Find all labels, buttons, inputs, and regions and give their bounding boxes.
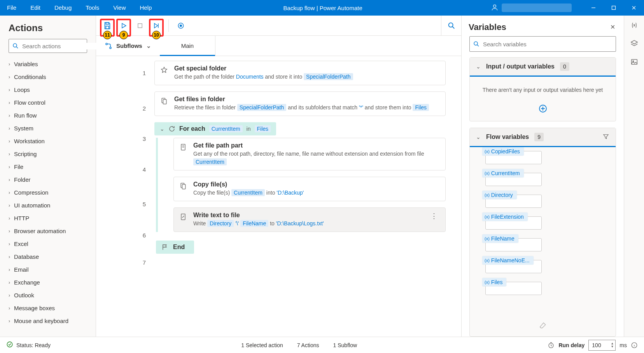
flow-variable[interactable]: (x)FileExtension (485, 216, 608, 230)
variables-search[interactable] (469, 36, 616, 52)
folder-files-icon (160, 96, 169, 106)
add-io-variable-button[interactable] (478, 104, 608, 113)
stop-button[interactable] (133, 18, 147, 34)
variables-search-input[interactable] (483, 41, 612, 47)
actions-group-label: Scripting (14, 151, 37, 157)
account-chip[interactable] (487, 4, 583, 12)
actions-group[interactable]: ›Exchange (0, 276, 96, 289)
layers-rail-icon[interactable] (630, 39, 639, 49)
end-block[interactable]: End (156, 241, 194, 254)
actions-group-label: Loops (14, 86, 30, 93)
actions-group[interactable]: ›System (0, 122, 96, 135)
menu-file[interactable]: File (0, 0, 23, 16)
close-icon[interactable] (624, 0, 644, 16)
actions-group[interactable]: ›Browser automation (0, 225, 96, 237)
eraser-icon[interactable] (470, 317, 616, 336)
menu-debug[interactable]: Debug (47, 0, 79, 16)
spinner-icon[interactable]: ▲▼ (611, 342, 614, 348)
info-icon[interactable] (631, 342, 638, 349)
menu-help[interactable]: Help (133, 0, 159, 16)
actions-search[interactable] (9, 39, 87, 53)
actions-group[interactable]: ›Conditionals (0, 70, 96, 83)
line-number: 7 (96, 251, 154, 274)
chevron-down-icon[interactable]: ⌄ (476, 63, 481, 70)
step-title: Get file path part (193, 142, 440, 149)
flow-variable[interactable]: (x)FileName (485, 238, 608, 251)
flow-variables-header[interactable]: ⌄ Flow variables 9 (470, 128, 616, 147)
search-icon (473, 40, 480, 47)
step-card[interactable]: Copy file(s) Copy the file(s) CurrentIte… (173, 177, 446, 201)
actions-group-label: Flow control (14, 99, 46, 106)
actions-group[interactable]: ›Workstation (0, 135, 96, 148)
actions-search-input[interactable] (22, 43, 96, 49)
more-menu-icon[interactable]: ⋮ (428, 212, 440, 220)
actions-group[interactable]: ›Scripting (0, 148, 96, 160)
subflow-icon (105, 42, 112, 50)
play-icon (120, 22, 128, 30)
chevron-right-icon: › (9, 61, 10, 67)
maximize-icon[interactable] (604, 0, 624, 16)
actions-group[interactable]: ›Message boxes (0, 302, 96, 314)
selected-count: 1 Selected action (241, 342, 283, 348)
actions-group[interactable]: ›Mouse and keyboard (0, 314, 96, 327)
actions-group[interactable]: ›Outlook (0, 289, 96, 302)
chevron-right-icon: › (9, 228, 10, 234)
io-variables-header[interactable]: ⌄ Input / output variables 0 (470, 58, 616, 77)
variables-rail-icon[interactable] (630, 21, 639, 31)
record-button[interactable] (173, 18, 188, 34)
svg-rect-30 (631, 60, 637, 65)
actions-group[interactable]: ›Email (0, 263, 96, 276)
actions-group[interactable]: ›Excel (0, 237, 96, 250)
minimize-icon[interactable] (583, 0, 604, 16)
step-subtitle: Retrieve the files in folder SpecialFold… (174, 104, 440, 112)
step-card[interactable]: Get files in folder Retrieve the files i… (154, 91, 446, 116)
actions-group[interactable]: ›Database (0, 250, 96, 263)
flow-variable[interactable]: (x)Files (485, 282, 608, 295)
actions-group[interactable]: ›HTTP (0, 212, 96, 225)
doc-icon (179, 142, 188, 152)
step-card[interactable]: Get special folder Get the path of the f… (154, 61, 446, 85)
svg-line-6 (16, 47, 18, 48)
center-search-button[interactable] (441, 16, 461, 36)
variables-panel: Variables ✕ ⌄ Input / output variables 0… (461, 16, 644, 337)
menu-tools[interactable]: Tools (79, 0, 106, 16)
actions-group[interactable]: ›UI automation (0, 199, 96, 212)
menu-edit[interactable]: Edit (23, 0, 47, 16)
tab-main[interactable]: Main (160, 36, 216, 56)
step-subtitle: Copy the file(s) CurrentItem into 'D:\Ba… (193, 189, 440, 197)
chevron-down-icon[interactable]: ⌄ (476, 134, 481, 140)
actions-group-label: Conditionals (14, 74, 46, 80)
actions-group-label: Message boxes (14, 305, 55, 311)
menu-view[interactable]: View (106, 0, 133, 16)
flow-variables-section: ⌄ Flow variables 9 (x)CopiedFiles(x)Curr… (469, 128, 616, 337)
actions-group[interactable]: ›Flow control (0, 96, 96, 109)
line-number: 3 (96, 127, 154, 150)
actions-group[interactable]: ›Run flow (0, 109, 96, 122)
step-card[interactable]: Write text to file Write Directory '\' F… (173, 207, 446, 232)
actions-group[interactable]: ›File (0, 160, 96, 173)
actions-panel: Actions ›Variables›Conditionals›Loops›Fl… (0, 16, 96, 337)
actions-count: 7 Actions (297, 342, 319, 348)
flow-variable[interactable]: (x)CurrentItem (485, 173, 608, 186)
close-panel-button[interactable]: ✕ (609, 22, 617, 32)
actions-group[interactable]: ›Compression (0, 186, 96, 199)
flow-variable[interactable]: (x)FileNameNoE... (485, 260, 608, 273)
actions-group-label: Workstation (14, 138, 45, 144)
chevron-right-icon: › (9, 318, 10, 324)
record-icon (177, 22, 185, 30)
subflows-label: Subflows (116, 42, 142, 49)
svg-point-0 (494, 5, 496, 7)
filter-icon[interactable] (602, 133, 609, 141)
for-each-header[interactable]: ⌄ For each CurrentItem in Files (154, 122, 276, 135)
flow-variable[interactable]: (x)CopiedFiles (485, 151, 608, 164)
images-rail-icon[interactable] (630, 58, 639, 67)
flow-variable[interactable]: (x)Directory (485, 195, 608, 208)
step-card[interactable]: Get file path part Get any of the root p… (173, 138, 446, 170)
actions-title: Actions (0, 16, 96, 39)
chevron-down-icon[interactable]: ⌄ (160, 126, 164, 132)
chevron-right-icon: › (9, 306, 10, 311)
actions-group[interactable]: ›Folder (0, 173, 96, 186)
actions-group[interactable]: ›Loops (0, 83, 96, 96)
actions-group[interactable]: ›Variables (0, 58, 96, 70)
run-delay-input[interactable]: 100 ▲▼ (588, 340, 616, 351)
